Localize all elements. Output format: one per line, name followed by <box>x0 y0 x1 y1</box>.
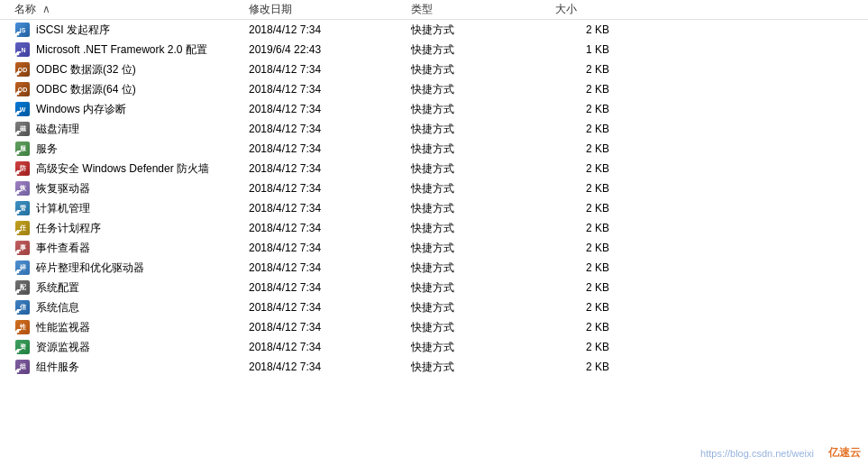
file-type: 快捷方式 <box>411 181 555 196</box>
file-name: 性能监视器 <box>36 320 249 335</box>
file-icon: 资 <box>14 339 31 355</box>
file-type: 快捷方式 <box>411 62 555 78</box>
file-icon: 性 <box>14 319 31 335</box>
file-date: 2018/4/12 7:34 <box>249 23 411 36</box>
file-name: ODBC 数据源(32 位) <box>36 62 249 78</box>
sort-arrow-up: ∧ <box>42 3 50 15</box>
file-icon: 恢 <box>14 180 31 196</box>
table-row[interactable]: 信 系统信息 2018/4/12 7:34 快捷方式 2 KB <box>0 297 868 317</box>
file-name: 碎片整理和优化驱动器 <box>36 260 249 276</box>
table-row[interactable]: OD ODBC 数据源(32 位) 2018/4/12 7:34 快捷方式 2 … <box>0 59 868 79</box>
table-row[interactable]: 任 任务计划程序 2018/4/12 7:34 快捷方式 2 KB <box>0 218 868 238</box>
file-icon: .N <box>14 41 31 58</box>
file-type: 快捷方式 <box>411 340 555 355</box>
col-header-name[interactable]: 名称 ∧ <box>14 2 249 17</box>
icon-shortcut: 管 <box>15 201 30 215</box>
file-name: Microsoft .NET Framework 2.0 配置 <box>36 42 249 58</box>
file-date: 2018/4/12 7:34 <box>249 281 411 294</box>
table-row[interactable]: 配 系统配置 2018/4/12 7:34 快捷方式 2 KB <box>0 278 868 297</box>
file-size: 2 KB <box>555 162 645 175</box>
file-date: 2018/4/12 7:34 <box>249 222 411 234</box>
col-header-date[interactable]: 修改日期 <box>249 2 411 17</box>
table-row[interactable]: W Windows 内存诊断 2018/4/12 7:34 快捷方式 2 KB <box>0 99 868 119</box>
table-row[interactable]: 资 资源监视器 2018/4/12 7:34 快捷方式 2 KB <box>0 337 868 357</box>
file-icon: 配 <box>14 279 31 296</box>
file-size: 2 KB <box>555 281 645 294</box>
file-size: 2 KB <box>555 341 645 353</box>
file-size: 2 KB <box>555 182 645 195</box>
file-date: 2018/4/12 7:34 <box>249 242 411 254</box>
file-type: 快捷方式 <box>411 201 555 216</box>
file-type: 快捷方式 <box>411 320 555 335</box>
file-type: 快捷方式 <box>411 360 555 375</box>
icon-shortcut: OD <box>15 82 30 96</box>
file-icon: 防 <box>14 160 31 177</box>
file-name: 系统信息 <box>36 300 249 315</box>
icon-shortcut: 防 <box>15 161 30 176</box>
url-watermark: https://blog.csdn.net/weixi <box>700 448 814 459</box>
file-date: 2018/4/12 7:34 <box>249 261 411 274</box>
file-icon: 管 <box>14 200 31 216</box>
file-icon: 任 <box>14 220 31 236</box>
table-row[interactable]: 服 服务 2018/4/12 7:34 快捷方式 2 KB <box>0 139 868 159</box>
file-icon: 碎 <box>14 260 31 276</box>
table-row[interactable]: 事 事件查看器 2018/4/12 7:34 快捷方式 2 KB <box>0 238 868 258</box>
file-name: 资源监视器 <box>36 340 249 355</box>
table-row[interactable]: 碎 碎片整理和优化驱动器 2018/4/12 7:34 快捷方式 2 KB <box>0 258 868 278</box>
file-date: 2018/4/12 7:34 <box>249 162 411 175</box>
file-date: 2018/4/12 7:34 <box>249 142 411 155</box>
file-size: 2 KB <box>555 321 645 334</box>
file-date: 2018/4/12 7:34 <box>249 202 411 215</box>
file-size: 2 KB <box>555 142 645 155</box>
file-date: 2018/4/12 7:34 <box>249 341 411 353</box>
file-icon: W <box>14 101 31 117</box>
logo-watermark: 亿速云 <box>828 445 861 461</box>
file-size: 2 KB <box>555 83 645 96</box>
file-type: 快捷方式 <box>411 42 555 58</box>
icon-shortcut: 服 <box>15 142 30 156</box>
table-row[interactable]: 防 高级安全 Windows Defender 防火墙 2018/4/12 7:… <box>0 159 868 178</box>
file-type: 快捷方式 <box>411 102 555 117</box>
table-row[interactable]: 管 计算机管理 2018/4/12 7:34 快捷方式 2 KB <box>0 198 868 218</box>
file-type: 快捷方式 <box>411 161 555 177</box>
table-row[interactable]: 恢 恢复驱动器 2018/4/12 7:34 快捷方式 2 KB <box>0 178 868 198</box>
file-size: 2 KB <box>555 361 645 373</box>
file-size: 2 KB <box>555 103 645 115</box>
file-size: 2 KB <box>555 261 645 274</box>
table-row[interactable]: .N Microsoft .NET Framework 2.0 配置 2019/… <box>0 40 868 59</box>
icon-shortcut: 性 <box>15 320 30 334</box>
col-header-size[interactable]: 大小 <box>555 2 645 17</box>
icon-shortcut: 磁 <box>15 122 30 136</box>
file-icon: 组 <box>14 359 31 375</box>
file-date: 2018/4/12 7:34 <box>249 103 411 115</box>
file-size: 2 KB <box>555 301 645 314</box>
icon-shortcut: 信 <box>15 300 30 315</box>
col-header-type[interactable]: 类型 <box>411 2 555 17</box>
file-type: 快捷方式 <box>411 122 555 137</box>
icon-shortcut: iS <box>15 23 30 37</box>
file-size: 2 KB <box>555 202 645 215</box>
file-icon: iS <box>14 22 31 38</box>
icon-shortcut: OD <box>15 62 30 77</box>
file-size: 2 KB <box>555 23 645 36</box>
icon-shortcut: 事 <box>15 241 30 255</box>
file-type: 快捷方式 <box>411 82 555 97</box>
table-row[interactable]: 性 性能监视器 2018/4/12 7:34 快捷方式 2 KB <box>0 317 868 337</box>
file-name: 任务计划程序 <box>36 221 249 236</box>
file-icon: 事 <box>14 240 31 256</box>
icon-shortcut: 任 <box>15 221 30 235</box>
file-name: Windows 内存诊断 <box>36 102 249 117</box>
table-row[interactable]: 组 组件服务 2018/4/12 7:34 快捷方式 2 KB <box>0 357 868 377</box>
icon-shortcut: .N <box>15 42 30 57</box>
file-name: 事件查看器 <box>36 241 249 256</box>
table-row[interactable]: OD ODBC 数据源(64 位) 2018/4/12 7:34 快捷方式 2 … <box>0 79 868 99</box>
file-date: 2018/4/12 7:34 <box>249 63 411 76</box>
file-type: 快捷方式 <box>411 221 555 236</box>
file-icon: 磁 <box>14 121 31 137</box>
file-size: 2 KB <box>555 222 645 234</box>
icon-shortcut: W <box>15 102 30 116</box>
table-row[interactable]: 磁 磁盘清理 2018/4/12 7:34 快捷方式 2 KB <box>0 119 868 139</box>
file-type: 快捷方式 <box>411 142 555 157</box>
file-name: ODBC 数据源(64 位) <box>36 82 249 97</box>
table-row[interactable]: iS iSCSI 发起程序 2018/4/12 7:34 快捷方式 2 KB <box>0 20 868 40</box>
